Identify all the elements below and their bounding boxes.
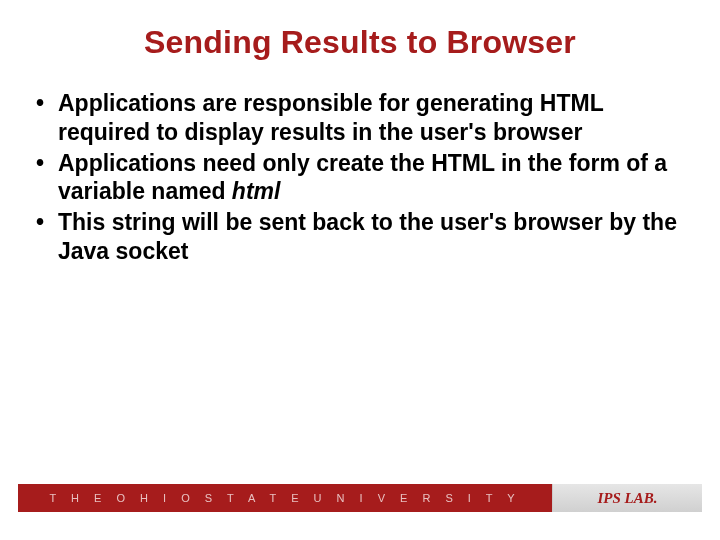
footer-lab-text: IPS LAB. [597,490,657,507]
slide: Sending Results to Browser Applications … [0,0,720,540]
bullet-item: This string will be sent back to the use… [30,208,690,266]
footer-university-text: T H E O H I O S T A T E U N I V E R S I … [50,492,521,504]
bullet-emphasis: html [232,178,281,204]
bullet-item: Applications are responsible for generat… [30,89,690,147]
bullet-text: This string will be sent back to the use… [58,209,677,264]
bullet-text: Applications are responsible for generat… [58,90,603,145]
slide-title: Sending Results to Browser [30,24,690,61]
footer-bar: T H E O H I O S T A T E U N I V E R S I … [18,484,702,512]
bullet-text: Applications need only create the HTML i… [58,150,667,205]
bullet-list: Applications are responsible for generat… [30,89,690,266]
footer-lab-box: IPS LAB. [552,484,702,512]
footer-university-bar: T H E O H I O S T A T E U N I V E R S I … [18,484,552,512]
bullet-item: Applications need only create the HTML i… [30,149,690,207]
